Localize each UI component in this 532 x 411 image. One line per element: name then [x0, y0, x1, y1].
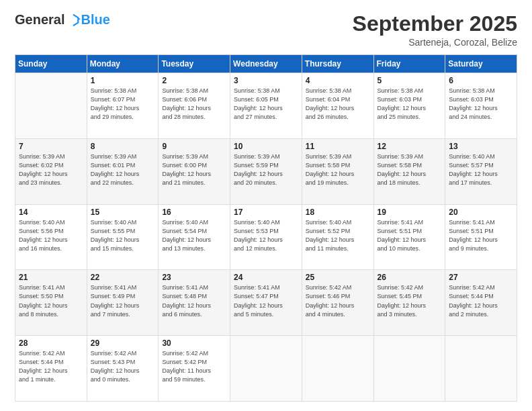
logo-general-text: General	[15, 12, 64, 28]
calendar-day-15: 15Sunrise: 5:40 AM Sunset: 5:55 PM Dayli…	[87, 204, 159, 270]
day-header-wednesday: Wednesday	[230, 55, 302, 73]
calendar-day-16: 16Sunrise: 5:40 AM Sunset: 5:54 PM Dayli…	[159, 204, 230, 270]
day-info: Sunrise: 5:42 AM Sunset: 5:46 PM Dayligh…	[306, 283, 370, 318]
day-info: Sunrise: 5:41 AM Sunset: 5:49 PM Dayligh…	[91, 283, 155, 318]
day-number: 5	[378, 76, 442, 85]
logo-icon	[66, 13, 81, 28]
calendar-day-7: 7Sunrise: 5:39 AM Sunset: 6:02 PM Daylig…	[15, 138, 87, 204]
day-info: Sunrise: 5:42 AM Sunset: 5:44 PM Dayligh…	[449, 283, 513, 318]
calendar-day-20: 20Sunrise: 5:41 AM Sunset: 5:51 PM Dayli…	[445, 204, 517, 270]
day-number: 24	[234, 273, 298, 282]
day-header-sunday: Sunday	[15, 55, 87, 73]
calendar-day-23: 23Sunrise: 5:41 AM Sunset: 5:48 PM Dayli…	[159, 270, 230, 336]
day-info: Sunrise: 5:38 AM Sunset: 6:05 PM Dayligh…	[234, 87, 298, 122]
calendar-header-row: SundayMondayTuesdayWednesdayThursdayFrid…	[15, 55, 517, 73]
day-header-saturday: Saturday	[445, 55, 517, 73]
day-info: Sunrise: 5:42 AM Sunset: 5:44 PM Dayligh…	[19, 349, 83, 384]
day-info: Sunrise: 5:41 AM Sunset: 5:50 PM Dayligh…	[19, 283, 83, 318]
calendar-day-24: 24Sunrise: 5:41 AM Sunset: 5:47 PM Dayli…	[230, 270, 302, 336]
day-info: Sunrise: 5:39 AM Sunset: 5:59 PM Dayligh…	[234, 152, 298, 187]
calendar-day-28: 28Sunrise: 5:42 AM Sunset: 5:44 PM Dayli…	[15, 336, 87, 402]
calendar-day-1: 1Sunrise: 5:38 AM Sunset: 6:07 PM Daylig…	[87, 73, 159, 139]
header: General Blue September 2025 Sarteneja, C…	[15, 12, 517, 48]
calendar-day-13: 13Sunrise: 5:40 AM Sunset: 5:57 PM Dayli…	[445, 138, 517, 204]
calendar-day-26: 26Sunrise: 5:42 AM Sunset: 5:45 PM Dayli…	[373, 270, 445, 336]
calendar-day-8: 8Sunrise: 5:39 AM Sunset: 6:01 PM Daylig…	[87, 138, 159, 204]
day-info: Sunrise: 5:38 AM Sunset: 6:06 PM Dayligh…	[162, 87, 226, 122]
day-info: Sunrise: 5:40 AM Sunset: 5:54 PM Dayligh…	[162, 218, 226, 253]
calendar-day-10: 10Sunrise: 5:39 AM Sunset: 5:59 PM Dayli…	[230, 138, 302, 204]
day-info: Sunrise: 5:40 AM Sunset: 5:53 PM Dayligh…	[234, 218, 298, 253]
calendar-day-14: 14Sunrise: 5:40 AM Sunset: 5:56 PM Dayli…	[15, 204, 87, 270]
day-number: 15	[91, 208, 155, 217]
day-info: Sunrise: 5:39 AM Sunset: 5:58 PM Dayligh…	[378, 152, 442, 187]
calendar-day-22: 22Sunrise: 5:41 AM Sunset: 5:49 PM Dayli…	[87, 270, 159, 336]
day-info: Sunrise: 5:39 AM Sunset: 6:01 PM Dayligh…	[91, 152, 155, 187]
day-info: Sunrise: 5:38 AM Sunset: 6:07 PM Dayligh…	[91, 87, 155, 122]
calendar-week-row: 14Sunrise: 5:40 AM Sunset: 5:56 PM Dayli…	[15, 204, 517, 270]
day-number: 9	[162, 142, 226, 151]
calendar-day-4: 4Sunrise: 5:38 AM Sunset: 6:04 PM Daylig…	[302, 73, 373, 139]
day-number: 6	[449, 76, 513, 85]
calendar-day-3: 3Sunrise: 5:38 AM Sunset: 6:05 PM Daylig…	[230, 73, 302, 139]
day-number: 26	[378, 273, 442, 282]
day-number: 12	[378, 142, 442, 151]
day-header-friday: Friday	[373, 55, 445, 73]
logo-blue-text: Blue	[81, 12, 109, 28]
calendar-table: SundayMondayTuesdayWednesdayThursdayFrid…	[15, 54, 517, 402]
page: General Blue September 2025 Sarteneja, C…	[0, 0, 532, 411]
day-number: 25	[306, 273, 370, 282]
calendar-day-empty	[230, 336, 302, 402]
day-number: 16	[162, 208, 226, 217]
day-info: Sunrise: 5:40 AM Sunset: 5:52 PM Dayligh…	[306, 218, 370, 253]
day-info: Sunrise: 5:42 AM Sunset: 5:43 PM Dayligh…	[91, 349, 155, 384]
day-number: 8	[91, 142, 155, 151]
day-info: Sunrise: 5:38 AM Sunset: 6:04 PM Dayligh…	[306, 87, 370, 122]
calendar-day-17: 17Sunrise: 5:40 AM Sunset: 5:53 PM Dayli…	[230, 204, 302, 270]
day-info: Sunrise: 5:40 AM Sunset: 5:55 PM Dayligh…	[91, 218, 155, 253]
day-info: Sunrise: 5:38 AM Sunset: 6:03 PM Dayligh…	[449, 87, 513, 122]
calendar-day-29: 29Sunrise: 5:42 AM Sunset: 5:43 PM Dayli…	[87, 336, 159, 402]
day-number: 4	[306, 76, 370, 85]
day-info: Sunrise: 5:39 AM Sunset: 5:58 PM Dayligh…	[306, 152, 370, 187]
calendar-day-2: 2Sunrise: 5:38 AM Sunset: 6:06 PM Daylig…	[159, 73, 230, 139]
calendar-week-row: 28Sunrise: 5:42 AM Sunset: 5:44 PM Dayli…	[15, 336, 517, 402]
logo: General Blue	[15, 12, 110, 28]
day-number: 7	[19, 142, 83, 151]
day-info: Sunrise: 5:38 AM Sunset: 6:03 PM Dayligh…	[378, 87, 442, 122]
calendar-day-27: 27Sunrise: 5:42 AM Sunset: 5:44 PM Dayli…	[445, 270, 517, 336]
day-number: 22	[91, 273, 155, 282]
day-header-thursday: Thursday	[302, 55, 373, 73]
calendar-day-11: 11Sunrise: 5:39 AM Sunset: 5:58 PM Dayli…	[302, 138, 373, 204]
day-info: Sunrise: 5:42 AM Sunset: 5:42 PM Dayligh…	[162, 349, 226, 384]
month-title: September 2025	[353, 12, 517, 36]
day-info: Sunrise: 5:40 AM Sunset: 5:56 PM Dayligh…	[19, 218, 83, 253]
day-number: 13	[449, 142, 513, 151]
title-block: September 2025 Sarteneja, Corozal, Beliz…	[353, 12, 517, 48]
day-number: 28	[19, 338, 83, 348]
calendar-week-row: 1Sunrise: 5:38 AM Sunset: 6:07 PM Daylig…	[15, 73, 517, 139]
calendar-day-6: 6Sunrise: 5:38 AM Sunset: 6:03 PM Daylig…	[445, 73, 517, 139]
calendar-week-row: 21Sunrise: 5:41 AM Sunset: 5:50 PM Dayli…	[15, 270, 517, 336]
day-number: 29	[91, 338, 155, 348]
day-info: Sunrise: 5:39 AM Sunset: 6:00 PM Dayligh…	[162, 152, 226, 187]
day-number: 23	[162, 273, 226, 282]
calendar-day-empty	[302, 336, 373, 402]
calendar-day-19: 19Sunrise: 5:41 AM Sunset: 5:51 PM Dayli…	[373, 204, 445, 270]
day-header-tuesday: Tuesday	[159, 55, 230, 73]
day-info: Sunrise: 5:41 AM Sunset: 5:47 PM Dayligh…	[234, 283, 298, 318]
day-info: Sunrise: 5:39 AM Sunset: 6:02 PM Dayligh…	[19, 152, 83, 187]
calendar-day-empty	[15, 73, 87, 139]
calendar-day-30: 30Sunrise: 5:42 AM Sunset: 5:42 PM Dayli…	[159, 336, 230, 402]
calendar-day-25: 25Sunrise: 5:42 AM Sunset: 5:46 PM Dayli…	[302, 270, 373, 336]
calendar-day-empty	[445, 336, 517, 402]
day-info: Sunrise: 5:42 AM Sunset: 5:45 PM Dayligh…	[378, 283, 442, 318]
day-number: 14	[19, 208, 83, 217]
calendar-day-empty	[373, 336, 445, 402]
calendar-day-5: 5Sunrise: 5:38 AM Sunset: 6:03 PM Daylig…	[373, 73, 445, 139]
day-info: Sunrise: 5:41 AM Sunset: 5:51 PM Dayligh…	[449, 218, 513, 253]
day-number: 10	[234, 142, 298, 151]
location: Sarteneja, Corozal, Belize	[353, 37, 517, 48]
calendar-day-18: 18Sunrise: 5:40 AM Sunset: 5:52 PM Dayli…	[302, 204, 373, 270]
day-number: 1	[91, 76, 155, 85]
